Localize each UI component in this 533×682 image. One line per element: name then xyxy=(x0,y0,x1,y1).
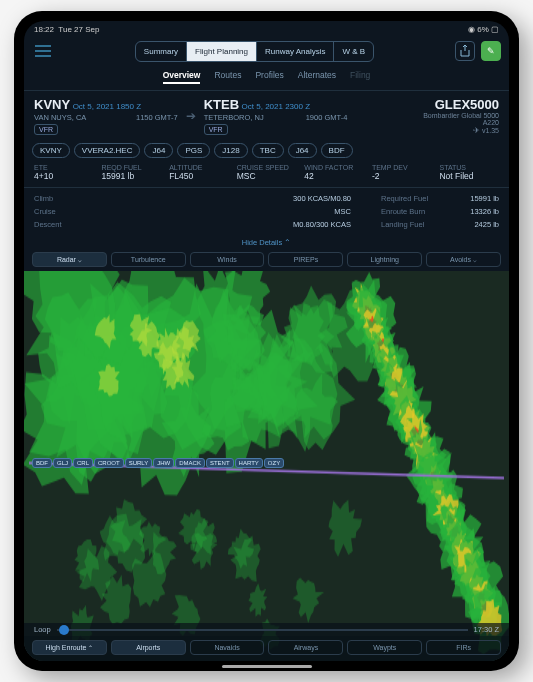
mapchip-airports[interactable]: Airports xyxy=(111,640,186,655)
loop-label[interactable]: Loop xyxy=(34,625,51,634)
hide-details-toggle[interactable]: Hide Details ⌃ xyxy=(24,235,509,250)
route-chip[interactable]: PGS xyxy=(177,143,210,158)
main-tabs: SummaryFlight PlanningRunway AnalysisW &… xyxy=(135,41,374,62)
layer-avoids[interactable]: Avoids ⌵ xyxy=(426,252,501,267)
map-waypoint[interactable]: GLJ xyxy=(53,458,72,468)
loop-slider[interactable] xyxy=(57,629,468,631)
tab-w-b[interactable]: W & B xyxy=(334,42,373,61)
route-chip[interactable]: KVNY xyxy=(32,143,70,158)
perf-wind-factor: WIND FACTOR42 xyxy=(304,164,364,181)
perf-reqd-fuel: REQD FUEL15991 lb xyxy=(102,164,162,181)
mapchip-airways[interactable]: Airways xyxy=(268,640,343,655)
loop-time: 17:30 Z xyxy=(474,625,499,634)
subtab-routes[interactable]: Routes xyxy=(214,70,241,84)
subtab-profiles[interactable]: Profiles xyxy=(255,70,283,84)
map-bottom-chips: High Enroute ⌃AirportsNavaidsAirwaysWayp… xyxy=(24,636,509,661)
share-button[interactable] xyxy=(455,41,475,61)
tab-summary[interactable]: Summary xyxy=(136,42,187,61)
route-chip[interactable]: BDF xyxy=(321,143,353,158)
mapchip-high-enroute[interactable]: High Enroute ⌃ xyxy=(32,640,107,655)
route-chip[interactable]: J64 xyxy=(288,143,317,158)
origin-wx-badge: VFR xyxy=(34,124,58,135)
route-chip[interactable]: J128 xyxy=(214,143,247,158)
detail-row: CruiseMSCEnroute Burn13326 lb xyxy=(34,205,499,218)
map-waypoint[interactable]: HARTY xyxy=(235,458,263,468)
sub-tabs: OverviewRoutesProfilesAlternatesFiling xyxy=(24,66,509,91)
tab-runway-analysis[interactable]: Runway Analysis xyxy=(257,42,334,61)
mapchip-waypts[interactable]: Waypts xyxy=(347,640,422,655)
map-waypoint[interactable]: JHW xyxy=(153,458,174,468)
dest-wx-badge: VFR xyxy=(204,124,228,135)
performance-row: ETE4+10REQD FUEL15991 lbALTITUDEFL450CRU… xyxy=(24,160,509,188)
subtab-overview[interactable]: Overview xyxy=(163,70,201,84)
origin-block[interactable]: KVNY Oct 5, 2021 1850 Z VAN NUYS, CA1150… xyxy=(34,97,178,135)
route-chip[interactable]: VVERA2.HEC xyxy=(74,143,141,158)
route-chips: KVNYVVERA2.HECJ64PGSJ128TBCJ64BDF xyxy=(24,137,509,160)
detail-rows: Climb300 KCAS/M0.80Required Fuel15991 lb… xyxy=(24,188,509,235)
plane-icon: ✈ xyxy=(473,126,480,135)
route-chip[interactable]: J64 xyxy=(144,143,173,158)
perf-altitude: ALTITUDEFL450 xyxy=(169,164,229,181)
map-waypoint[interactable]: OZY xyxy=(264,458,284,468)
destination-block[interactable]: KTEB Oct 5, 2021 2300 Z TETERBORO, NJ190… xyxy=(204,97,348,135)
route-chip[interactable]: TBC xyxy=(252,143,284,158)
aircraft-block[interactable]: GLEX5000 Bombardier Global 5000 A220 ✈ v… xyxy=(355,97,499,135)
detail-row: DescentM0.80/300 KCASLanding Fuel2425 lb xyxy=(34,218,499,231)
loop-control: Loop 17:30 Z xyxy=(24,623,509,636)
add-button[interactable]: ✎ xyxy=(481,41,501,61)
map-waypoint[interactable]: CROOT xyxy=(94,458,124,468)
subtab-filing: Filing xyxy=(350,70,370,84)
perf-cruise-speed: CRUISE SPEEDMSC xyxy=(237,164,297,181)
home-indicator[interactable] xyxy=(222,665,312,668)
layer-lightning[interactable]: Lightning xyxy=(347,252,422,267)
perf-ete: ETE4+10 xyxy=(34,164,94,181)
route-header: KVNY Oct 5, 2021 1850 Z VAN NUYS, CA1150… xyxy=(24,91,509,137)
layer-turbulence[interactable]: Turbulence xyxy=(111,252,186,267)
map-waypoint[interactable]: SURLY xyxy=(125,458,153,468)
route-arrow-icon: ➔ xyxy=(186,109,196,123)
layer-radar[interactable]: Radar ⌵ xyxy=(32,252,107,267)
map-waypoint[interactable]: CRL xyxy=(73,458,93,468)
status-bar: 18:22 Tue 27 Sep ◉ 6% ▢ xyxy=(24,21,509,38)
map-view[interactable]: BDFGLJCRLCROOTSURLYJHWDMACKSTENTHARTYOZY… xyxy=(24,271,509,661)
mapchip-firs[interactable]: FIRs xyxy=(426,640,501,655)
detail-row: Climb300 KCAS/M0.80Required Fuel15991 lb xyxy=(34,192,499,205)
mapchip-navaids[interactable]: Navaids xyxy=(190,640,265,655)
map-layer-chips: Radar ⌵TurbulenceWindsPIREPsLightningAvo… xyxy=(24,250,509,271)
tab-flight-planning[interactable]: Flight Planning xyxy=(187,42,257,61)
map-waypoint[interactable]: DMACK xyxy=(175,458,205,468)
map-waypoint[interactable]: STENT xyxy=(206,458,234,468)
layer-pireps[interactable]: PIREPs xyxy=(268,252,343,267)
perf-status: STATUSNot Filed xyxy=(439,164,499,181)
menu-icon[interactable] xyxy=(32,40,54,62)
layer-winds[interactable]: Winds xyxy=(190,252,265,267)
perf-temp-dev: TEMP DEV-2 xyxy=(372,164,432,181)
subtab-alternates[interactable]: Alternates xyxy=(298,70,336,84)
map-waypoint[interactable]: BDF xyxy=(32,458,52,468)
